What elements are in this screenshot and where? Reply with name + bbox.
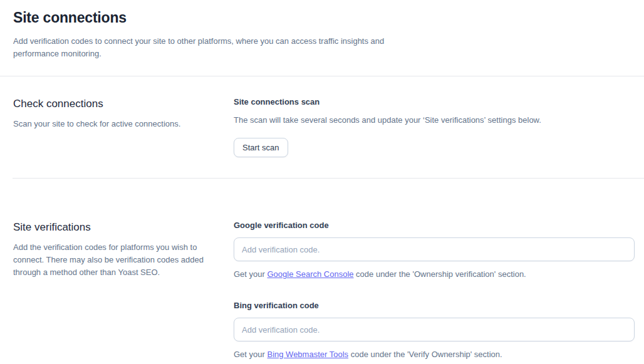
scan-label: Site connections scan: [234, 96, 635, 108]
check-connections-description: Scan your site to check for active conne…: [13, 118, 234, 130]
check-connections-heading: Check connections: [13, 96, 234, 112]
check-connections-content: Site connections scan The scan will take…: [234, 96, 635, 157]
site-verifications-description: Add the verification codes for platforms…: [13, 241, 234, 279]
google-help-text: Get your Google Search Console code unde…: [234, 269, 635, 280]
section-site-verifications: Site verifications Add the verification …: [0, 179, 644, 360]
site-verifications-content: Google verification code Get your Google…: [234, 220, 635, 360]
google-search-console-link[interactable]: Google Search Console: [267, 269, 353, 279]
page-title: Site connections: [13, 9, 631, 26]
check-connections-intro: Check connections Scan your site to chec…: [13, 96, 234, 157]
bing-verification-input[interactable]: [234, 318, 635, 341]
google-help-suffix: code under the 'Ownership verification' …: [354, 269, 526, 279]
bing-help-text: Get your Bing Webmaster Tools code under…: [234, 349, 635, 360]
bing-help-suffix: code under the 'Verify Ownership' sectio…: [348, 350, 502, 359]
google-help-prefix: Get your: [234, 269, 267, 279]
google-verification-label: Google verification code: [234, 220, 635, 231]
start-scan-button[interactable]: Start scan: [234, 138, 288, 157]
google-verification-field-group: Google verification code Get your Google…: [234, 220, 635, 280]
bing-webmaster-tools-link[interactable]: Bing Webmaster Tools: [267, 350, 348, 359]
google-verification-input[interactable]: [234, 237, 635, 261]
page-header: Site connections Add verification codes …: [0, 0, 644, 60]
scan-description: The scan will take several seconds and u…: [234, 114, 635, 127]
site-verifications-heading: Site verifications: [13, 220, 234, 235]
page-description: Add verification codes to connect your s…: [13, 35, 427, 60]
bing-verification-label: Bing verification code: [234, 300, 635, 311]
bing-help-prefix: Get your: [234, 350, 267, 359]
section-check-connections: Check connections Scan your site to chec…: [0, 76, 644, 157]
bing-verification-field-group: Bing verification code Get your Bing Web…: [234, 300, 635, 360]
site-verifications-intro: Site verifications Add the verification …: [13, 220, 234, 360]
